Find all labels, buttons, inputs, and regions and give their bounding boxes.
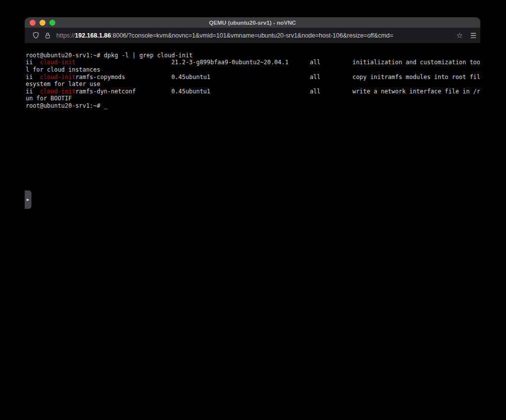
terminal-line: ii cloud-initramfs-dyn-netconf 0.45ubunt… <box>26 88 480 95</box>
window-title: QEMU (ubuntu20-srv1) - noVNC <box>209 20 296 26</box>
vnc-screen[interactable]: root@ubuntu20-srv1:~# dpkg -l | grep clo… <box>25 49 480 387</box>
close-button[interactable] <box>30 20 36 26</box>
terminal-line: un for BOOTIF <box>26 95 480 102</box>
titlebar: QEMU (ubuntu20-srv1) - noVNC <box>25 17 480 28</box>
terminal-line: l for cloud instances <box>26 66 480 74</box>
terminal-line: root@ubuntu20-srv1:~# _ <box>26 102 480 110</box>
url-bar[interactable]: https://192.168.1.86:8006/?console=kvm&n… <box>56 32 450 39</box>
minimize-button[interactable] <box>40 20 45 26</box>
bookmark-star-icon[interactable]: ☆ <box>455 31 464 41</box>
novnc-control-handle[interactable]: ▸ <box>25 190 32 209</box>
traffic-lights <box>30 17 55 28</box>
terminal-output: root@ubuntu20-srv1:~# dpkg -l | grep clo… <box>25 49 480 109</box>
url-domain: 192.168.1.86 <box>75 32 111 39</box>
url-scheme: https:// <box>56 32 75 39</box>
navbar: https://192.168.1.86:8006/?console=kvm&n… <box>25 28 480 43</box>
zoom-button[interactable] <box>49 20 55 26</box>
chevron-right-icon: ▸ <box>27 197 29 202</box>
browser-window: QEMU (ubuntu20-srv1) - noVNC https://192… <box>25 17 480 387</box>
url-rest: :8006/?console=kvm&novnc=1&vmid=101&vmna… <box>111 32 393 39</box>
terminal-line: ii cloud-init 21.2-3-g899bfaa9-0ubuntu2~… <box>26 59 480 66</box>
terminal-line: ii cloud-initramfs-copymods 0.45ubuntu1 … <box>26 74 480 81</box>
lock-icon[interactable] <box>42 31 52 41</box>
terminal-line: esystem for later use <box>26 81 480 88</box>
shield-icon[interactable] <box>31 31 41 41</box>
app-menu-icon[interactable]: ☰ <box>464 31 474 41</box>
terminal-line: root@ubuntu20-srv1:~# dpkg -l | grep clo… <box>26 52 480 59</box>
